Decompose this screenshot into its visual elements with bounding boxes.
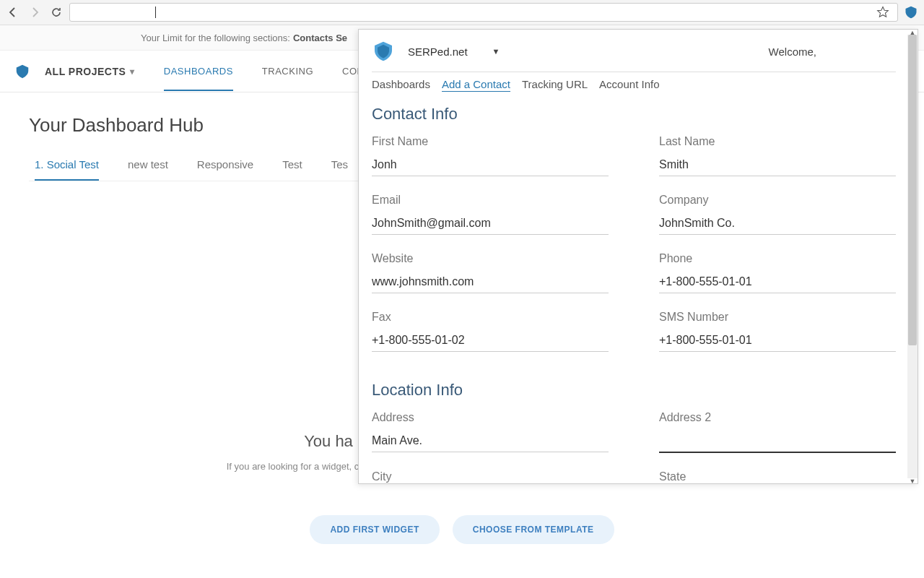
subtab-test[interactable]: Test [282,152,302,181]
label-email: Email [372,194,609,207]
label-company: Company [659,194,896,207]
field-email: Email [372,194,609,235]
label-address2: Address 2 [659,411,896,424]
address-bar[interactable] [69,3,898,22]
subtab-social-test[interactable]: 1. Social Test [35,152,99,181]
subtab-new-test[interactable]: new test [128,152,168,181]
popup-brand-dropdown-icon[interactable]: ▼ [492,47,500,56]
popup-tab-dashboards[interactable]: Dashboards [372,78,430,92]
label-phone: Phone [659,252,896,265]
input-website[interactable] [372,272,609,293]
field-website: Website [372,252,609,293]
field-sms: SMS Number [659,311,896,352]
field-city: City [372,470,609,483]
input-email[interactable] [372,214,609,235]
scroll-down-arrow-icon[interactable]: ▼ [907,478,918,483]
label-sms: SMS Number [659,311,896,324]
popup-tab-account-info[interactable]: Account Info [599,78,659,92]
extension-popup: ▲ ▼ SERPed.net ▼ Welcome, Dashboards Add… [358,29,918,484]
input-address2[interactable] [659,431,896,453]
label-website: Website [372,252,609,265]
browser-toolbar [0,0,924,25]
popup-tab-tracking-url[interactable]: Tracking URL [522,78,588,92]
label-city: City [372,470,609,483]
popup-logo-icon[interactable] [372,40,395,63]
add-first-widget-button[interactable]: ADD FIRST WIDGET [310,515,439,544]
popup-tabs: Dashboards Add a Contact Tracking URL Ac… [372,78,896,92]
forward-button[interactable] [26,4,43,21]
all-projects-dropdown[interactable]: ALL PROJECTS ▾ [45,66,135,77]
reload-button[interactable] [48,4,65,21]
chevron-down-icon: ▾ [130,66,135,77]
nav-tab-dashboards[interactable]: DASHBOARDS [164,51,233,91]
contact-info-grid: First Name Last Name Email Company Websi… [372,135,896,352]
input-fax[interactable] [372,331,609,352]
extension-icon[interactable] [902,4,920,21]
back-button[interactable] [4,4,22,21]
field-company: Company [659,194,896,235]
label-state: State [659,470,896,483]
label-first-name: First Name [372,135,609,148]
field-address: Address [372,411,609,453]
bookmark-star-icon[interactable] [874,4,892,21]
nav-tab-tracking[interactable]: TRACKING [262,51,313,91]
label-last-name: Last Name [659,135,896,148]
label-fax: Fax [372,311,609,324]
location-info-grid: Address Address 2 City State [372,411,896,483]
input-company[interactable] [659,214,896,235]
popup-scroll-thumb[interactable] [908,35,917,345]
app-logo-icon[interactable] [14,64,30,79]
popup-brand: SERPed.net ▼ [372,40,500,63]
field-address2: Address 2 [659,411,896,453]
field-first-name: First Name [372,135,609,176]
all-projects-label: ALL PROJECTS [45,66,126,77]
input-first-name[interactable] [372,155,609,176]
input-phone[interactable] [659,272,896,293]
limit-sections: Contacts Se [293,33,347,43]
field-state: State [659,470,896,483]
limit-prefix: Your Limit for the following sections: [141,33,290,43]
location-info-heading: Location Info [372,381,896,400]
popup-welcome: Welcome, [769,46,816,58]
field-last-name: Last Name [659,135,896,176]
field-phone: Phone [659,252,896,293]
scroll-up-arrow-icon[interactable]: ▲ [907,30,918,35]
nav-tabs: DASHBOARDS TRACKING CONTAC [164,51,383,91]
popup-brand-name: SERPed.net [408,46,468,58]
field-fax: Fax [372,311,609,352]
popup-header: SERPed.net ▼ Welcome, [372,40,896,72]
input-sms[interactable] [659,331,896,352]
popup-tab-add-contact[interactable]: Add a Contact [442,78,510,92]
label-address: Address [372,411,609,424]
contact-info-heading: Contact Info [372,105,896,124]
choose-from-template-button[interactable]: CHOOSE FROM TEMPLATE [453,515,614,544]
subtab-responsive[interactable]: Responsive [197,152,253,181]
input-last-name[interactable] [659,155,896,176]
input-address[interactable] [372,431,609,452]
subtab-tes[interactable]: Tes [331,152,348,181]
address-caret [155,7,156,18]
popup-scrollbar[interactable] [907,35,918,478]
empty-button-row: ADD FIRST WIDGET CHOOSE FROM TEMPLATE [0,515,924,544]
popup-content: SERPed.net ▼ Welcome, Dashboards Add a C… [359,30,918,483]
